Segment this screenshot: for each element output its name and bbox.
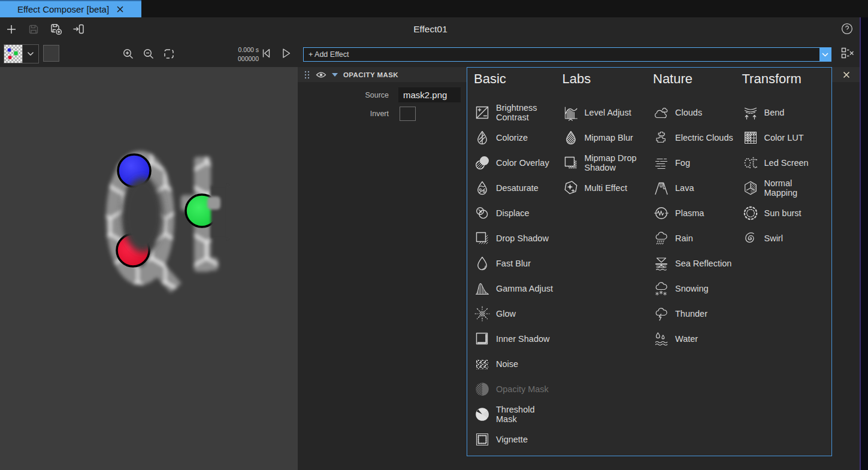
effect-category-basic: BasicBrightness ContrastColorizeColor Ov… xyxy=(474,71,562,456)
effect-item-bend[interactable]: Bend xyxy=(742,100,832,125)
close-icon[interactable] xyxy=(843,71,850,78)
effect-item-brightness-contrast[interactable]: Brightness Contrast xyxy=(474,100,562,125)
save-as-icon[interactable] xyxy=(49,23,62,36)
effect-item-clouds[interactable]: Clouds xyxy=(653,100,742,125)
preview-image xyxy=(0,67,298,470)
effect-item-label: Inner Shadow xyxy=(496,334,549,344)
effect-item-led-screen[interactable]: Led Screen xyxy=(742,150,832,175)
sea-reflection-icon xyxy=(653,255,670,272)
effect-item-mipmap-drop-shadow[interactable]: Mipmap Drop Shadow xyxy=(562,150,654,175)
play-icon[interactable] xyxy=(280,48,292,59)
effect-item-fast-blur[interactable]: Fast Blur xyxy=(474,251,562,276)
clear-effects-icon[interactable] xyxy=(840,47,855,61)
effect-item-label: Mipmap Drop Shadow xyxy=(585,153,646,172)
noise-icon xyxy=(474,356,491,372)
mipmap-drop-shadow-icon xyxy=(562,154,579,171)
zoom-in-icon[interactable] xyxy=(122,48,134,60)
effect-item-vignette[interactable]: Vignette xyxy=(474,427,562,452)
effect-item-gamma-adjust[interactable]: Gamma Adjust xyxy=(474,276,562,301)
effect-item-threshold-mask[interactable]: Threshold Mask xyxy=(474,402,562,427)
preview-source-selector[interactable] xyxy=(4,44,39,63)
effect-item-label: Fog xyxy=(675,158,690,168)
gamma-adjust-icon xyxy=(474,280,491,297)
effect-item-label: Mipmap Blur xyxy=(585,133,633,142)
plus-icon[interactable] xyxy=(5,23,18,36)
effect-item-lava[interactable]: Lava xyxy=(653,175,742,201)
effect-item-plasma[interactable]: Plasma xyxy=(653,201,742,226)
fast-blur-icon xyxy=(474,255,491,272)
chevron-down-icon[interactable] xyxy=(332,73,338,77)
tab-effect-composer[interactable]: Effect Composer [beta] xyxy=(0,0,141,17)
effect-item-water[interactable]: Water xyxy=(653,326,742,351)
help-icon[interactable] xyxy=(841,23,853,35)
time-seconds: 0.000 s xyxy=(218,46,259,54)
effect-item-displace[interactable]: Displace xyxy=(474,201,562,226)
effect-item-level-adjust[interactable]: Level Adjust xyxy=(562,100,654,125)
effect-item-glow[interactable]: Glow xyxy=(474,301,562,326)
source-field[interactable]: mask2.png xyxy=(398,87,461,102)
effect-item-label: Fast Blur xyxy=(496,259,531,268)
invert-label: Invert xyxy=(298,110,398,118)
effect-item-label: Brightness Contrast xyxy=(496,103,557,122)
save-icon[interactable] xyxy=(27,23,40,36)
close-icon[interactable] xyxy=(116,5,124,13)
invert-checkbox[interactable] xyxy=(400,107,416,121)
effect-item-sun-burst[interactable]: Sun burst xyxy=(742,201,832,226)
custom-preview-color-swatch[interactable] xyxy=(43,45,59,62)
skip-to-start-icon[interactable] xyxy=(260,48,272,59)
level-adjust-icon xyxy=(562,104,579,121)
effect-item-label: Bend xyxy=(764,108,785,117)
effect-item-sea-reflection[interactable]: Sea Reflection xyxy=(653,251,742,276)
effect-item-electric-clouds[interactable]: Electric Clouds xyxy=(653,125,742,150)
effect-item-label: Lava xyxy=(675,183,694,193)
effect-item-fog[interactable]: Fog xyxy=(653,150,742,175)
zoom-out-icon[interactable] xyxy=(143,48,155,60)
effect-preview-viewport[interactable] xyxy=(0,67,298,470)
effect-item-label: Displace xyxy=(496,208,530,218)
effect-item-swirl[interactable]: Swirl xyxy=(742,226,832,251)
effect-item-label: Vignette xyxy=(496,435,528,444)
effect-item-label: Level Adjust xyxy=(585,108,631,117)
composition-title: Effect01 xyxy=(0,17,861,41)
effect-item-rain[interactable]: Rain xyxy=(653,226,742,251)
effect-item-thunder[interactable]: Thunder xyxy=(653,301,742,326)
effect-item-inner-shadow[interactable]: Inner Shadow xyxy=(474,326,562,351)
effect-item-label: Electric Clouds xyxy=(675,133,733,142)
normal-mapping-icon xyxy=(742,180,759,196)
effect-item-mipmap-blur[interactable]: Mipmap Blur xyxy=(562,125,654,150)
sub-toolbar: 0.000 s 000000 + Add Effect xyxy=(0,41,868,67)
effect-item-label: Opacity Mask xyxy=(496,384,549,394)
effect-item-desaturate[interactable]: Desaturate xyxy=(474,175,562,201)
tab-label: Effect Composer [beta] xyxy=(17,4,109,14)
effect-item-label: Multi Effect xyxy=(585,183,627,193)
effect-item-colorize[interactable]: Colorize xyxy=(474,125,562,150)
opacity-mask-icon xyxy=(474,381,491,398)
effect-item-label: Normal Mapping xyxy=(764,178,817,198)
effect-item-color-lut[interactable]: Color LUT xyxy=(742,125,832,150)
effect-item-label: Sun burst xyxy=(764,208,802,218)
fog-icon xyxy=(653,154,670,171)
effect-item-color-overlay[interactable]: Color Overlay xyxy=(474,150,562,175)
effect-item-noise[interactable]: Noise xyxy=(474,351,562,377)
effect-item-drop-shadow[interactable]: Drop Shadow xyxy=(474,226,562,251)
chevron-down-icon[interactable] xyxy=(22,45,38,63)
time-frames: 000000 xyxy=(218,54,259,63)
effect-item-label: Clouds xyxy=(675,108,702,117)
export-icon[interactable] xyxy=(71,23,84,36)
effect-item-label: Desaturate xyxy=(496,183,539,193)
effect-item-label: Threshold Mask xyxy=(496,405,557,424)
effect-item-snowing[interactable]: Snowing xyxy=(653,276,742,301)
eye-icon[interactable] xyxy=(316,71,326,78)
effect-item-label: Color Overlay xyxy=(496,158,549,168)
chevron-down-icon[interactable] xyxy=(819,48,831,61)
add-effect-combobox[interactable]: + Add Effect xyxy=(303,47,831,62)
effect-item-label: Gamma Adjust xyxy=(496,284,553,293)
effect-item-label: Glow xyxy=(496,309,516,319)
fit-to-view-icon[interactable] xyxy=(163,48,175,60)
effect-item-normal-mapping[interactable]: Normal Mapping xyxy=(742,175,832,201)
effect-item-multi-effect[interactable]: Multi Effect xyxy=(562,175,654,201)
drag-handle-icon[interactable] xyxy=(304,70,310,80)
sun-burst-icon xyxy=(742,205,759,222)
desaturate-icon xyxy=(474,180,491,196)
effect-item-label: Noise xyxy=(496,359,518,369)
